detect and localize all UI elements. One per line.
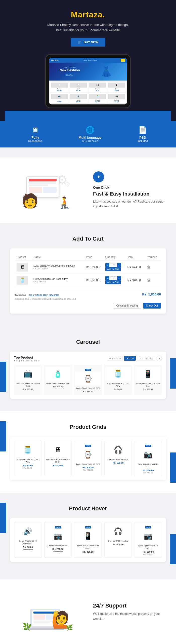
carousel-subtitle: Best product of the month <box>14 359 40 362</box>
new-badge: NEW <box>145 526 151 528</box>
product-image: 🖥 <box>46 443 70 457</box>
add-to-cart-btn[interactable]: Add to Cart <box>105 267 121 271</box>
product-thumbnail: 🫙 <box>17 276 28 285</box>
section-spacer <box>0 147 176 158</box>
qty-input[interactable] <box>110 276 116 280</box>
carousel-next-arrow[interactable]: › <box>156 356 162 361</box>
tab-bestseller[interactable]: BESTSELLER <box>137 356 155 361</box>
hero-section: Martaza. Martaza Shopify Responsive them… <box>0 0 176 121</box>
product-image: 📷 <box>136 529 160 543</box>
subtotal-value: Rs. 1,800.00 <box>142 292 161 296</box>
carousel-product-item: 📺 Sharp 17.5 Litre Microwave Oven Rs. 39… <box>14 365 42 395</box>
product-name: Smartphone Touch Screen Gr... <box>135 382 161 388</box>
buy-btn-label: BUY NOW <box>84 41 98 44</box>
carousel-product-item: 🫙 Fully Automatic Top Load Amy Rs. 54.00 <box>104 365 132 395</box>
col-product: Product <box>15 253 32 261</box>
new-badge: NEW <box>145 445 151 447</box>
store-product-item: 🖥 Monitor Rs.299 <box>50 82 69 92</box>
shipping-note: Shipping, taxes, and discounts will be c… <box>15 298 161 300</box>
store-product-item: ⌚ Watch Rs.199 <box>69 82 88 92</box>
product-price: Rs.899 <box>51 101 68 102</box>
grid-product-item: NEW ⌚ Apple Watch Series 3 GPS Rs. 300.0… <box>74 441 102 476</box>
nav-item: Shop <box>88 59 92 61</box>
product-grid: 🫙 Fully Automatic Top Load Amy Rs. 54.00… <box>14 441 162 476</box>
banner-cta-btn[interactable]: Shop Now <box>65 74 75 76</box>
hover-product-item: NEW 📱 Nokia 100 + Smart Dual Sim... Rs. … <box>74 522 102 558</box>
clear-cart-link[interactable]: Clear Cart to begin new order <box>29 294 59 296</box>
product-image: 📱 <box>76 529 100 543</box>
buy-now-button[interactable]: 🛒 BUY NOW <box>71 38 105 47</box>
quantity-controls[interactable]: - + <box>105 276 124 280</box>
continue-shopping-btn[interactable]: Continue Shopping <box>113 303 141 309</box>
product-thumb-img: 🫙 <box>20 277 25 283</box>
product-name: Sharp 17.5 Litre Microwave Oven <box>15 382 41 388</box>
cart-table: Product Name Price Quantity Total Remove… <box>15 253 161 287</box>
product-price: Rs. 624.00 <box>86 266 99 269</box>
product-image: 🎧 <box>106 443 130 457</box>
cart-subtotal: Subtotal: Clear Cart to begin new order … <box>15 290 161 297</box>
product-name-cell: DAC Valera VA 3000 Core i5 8th Gen <box>33 264 83 267</box>
store-cart-btn[interactable]: 🛒 <box>121 59 125 62</box>
qty-input[interactable] <box>110 263 116 267</box>
product-image: 🎧 <box>106 524 130 538</box>
features-bar: 🖥 Fully Responsive 🌐 Multi language & Cu… <box>0 121 176 147</box>
store-product-item: 📷 Camera Rs.299 <box>107 93 126 103</box>
product-old-price: Rs. 450.00 <box>136 472 160 474</box>
delete-icon[interactable]: 🗑 <box>147 265 150 269</box>
support-description: We'll make sure the theme works properly… <box>93 612 166 621</box>
qty-decrease-btn[interactable]: - <box>105 263 109 267</box>
col-total: Total <box>126 253 145 261</box>
product-img: 💻 <box>70 94 87 99</box>
grid-product-item: NEW 📷 Sony Handycam HDR-SR11 Rs. 300.00 … <box>134 441 162 476</box>
product-price: Rs. 699.00 <box>135 388 161 390</box>
product-hover-title: Product Hover <box>10 505 166 512</box>
product-price: Rs. 500.00 <box>106 543 130 546</box>
carousel-title: Carousel <box>10 339 166 345</box>
product-old-price: Rs. 150.00 <box>16 548 40 551</box>
product-image: 🫙 <box>16 443 40 457</box>
checkout-btn[interactable]: Check Out <box>143 303 161 309</box>
one-click-section: ⚙ ⚙ 🧑 🧎 ✦ One Click Fast & Easy Installa… <box>0 158 176 223</box>
product-image: ⌚ <box>75 372 101 386</box>
product-thumbnail: 🖥 <box>17 263 28 272</box>
store-product-item: 📺 TV Rs.899 <box>50 93 69 103</box>
support-illustration-container: 🙋 🌿 🌿 <box>21 592 72 632</box>
store-products-row2: 📺 TV Rs.899 💻 Laptop Rs.799 🫙 Washer Rs.… <box>49 93 127 104</box>
product-price: Rs.350 <box>89 101 106 102</box>
product-price: Rs.199 <box>70 90 87 91</box>
carousel-section: Carousel Top Product Best product of the… <box>0 326 176 411</box>
product-name: Akilee Intens Mixer Grinder <box>45 382 71 385</box>
product-name: Fully Automatic Top Load Amy <box>16 458 40 464</box>
store-logo-small: Martaza. <box>51 59 59 61</box>
delete-icon[interactable]: 🗑 <box>147 278 150 282</box>
product-price: Rs.799 <box>70 101 87 102</box>
quantity-controls[interactable]: - + <box>105 263 124 267</box>
product-price: Rs. 90.00 <box>16 546 40 548</box>
qty-decrease-btn[interactable]: - <box>105 276 109 280</box>
psd-icon: 📄 <box>138 126 147 134</box>
qty-increase-btn[interactable]: + <box>117 276 121 280</box>
tab-featured[interactable]: FEATURED <box>107 356 123 361</box>
product-img: ⌚ <box>70 83 87 88</box>
add-to-cart-btn[interactable]: Add to Cart <box>105 280 121 284</box>
product-price: Rs. 300.00 <box>136 551 160 553</box>
store-nav: Home Shop Pages <box>83 59 97 61</box>
tab-latest[interactable]: LATEST <box>124 356 136 361</box>
tagline-line2: best suitable for your E-commerece websi… <box>56 28 120 32</box>
carousel-product-item: 📱 Smartphone Touch Screen Gr... Rs. 699.… <box>134 365 162 395</box>
hover-blue-accent-left <box>0 503 6 533</box>
product-name: Beats Phantom 360 Bluetooth... <box>16 540 40 545</box>
qty-increase-btn[interactable]: + <box>117 263 121 267</box>
one-click-label: One Click <box>93 185 166 190</box>
carousel-product-item: 🧴 Akilee Intens Mixer Grinder Rs. 599.00 <box>44 365 72 395</box>
support-illustration: 🙋 🌿 🌿 <box>10 592 83 632</box>
feature-multilang: 🌐 Multi language & Currencies <box>79 126 102 142</box>
hover-blue-accent-right <box>170 534 176 564</box>
product-price: Rs.299 <box>51 90 68 91</box>
support-section: 🙋 🌿 🌿 24/7 Support We'll make sure the t… <box>0 579 176 644</box>
new-badge: NEW <box>55 526 61 528</box>
product-img: 📺 <box>51 94 68 99</box>
store-header: Martaza. Home Shop Pages 🛒 <box>49 58 127 63</box>
grid-product-item: 🎧 Over-ear USB Headset Rs. 500.00 <box>104 441 132 476</box>
new-badge: NEW <box>85 445 91 447</box>
